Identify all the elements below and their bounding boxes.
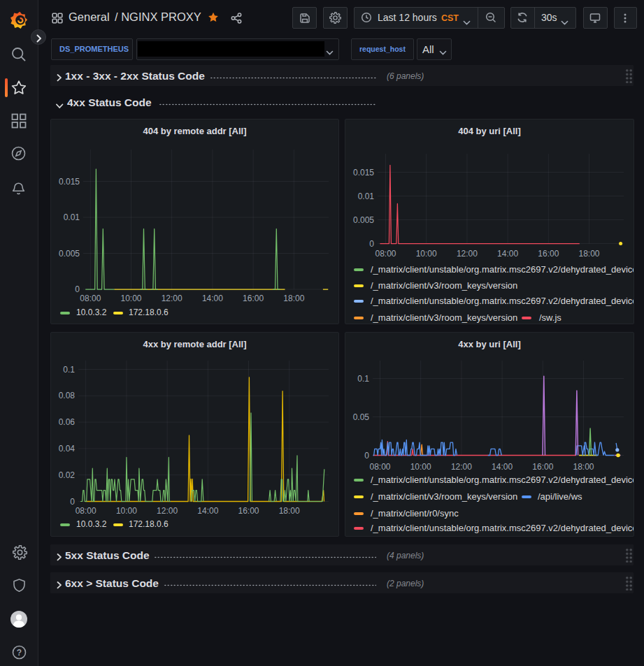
svg-text:0.08: 0.08 [59,391,76,400]
svg-text:0.06: 0.06 [59,417,76,427]
svg-text:14:00: 14:00 [202,294,223,303]
svg-text:0: 0 [364,451,369,461]
svg-text:08:00: 08:00 [375,249,396,259]
svg-text:14:00: 14:00 [492,462,513,472]
svg-text:0.015: 0.015 [353,168,374,178]
svg-text:16:00: 16:00 [238,506,259,516]
svg-text:0.05: 0.05 [353,412,370,422]
svg-text:14:00: 14:00 [197,506,218,516]
svg-text:0.005: 0.005 [59,249,80,259]
svg-text:08:00: 08:00 [369,462,390,472]
svg-text:08:00: 08:00 [76,506,96,516]
svg-text:0.04: 0.04 [59,444,76,454]
svg-text:18:00: 18:00 [573,462,594,472]
svg-text:0.02: 0.02 [59,470,76,480]
svg-text:12:00: 12:00 [157,506,178,516]
svg-text:0.015: 0.015 [59,177,80,187]
svg-text:?: ? [17,648,22,658]
svg-text:16:00: 16:00 [538,249,559,259]
svg-text:16:00: 16:00 [532,462,553,472]
svg-text:10:00: 10:00 [410,462,431,472]
svg-text:12:00: 12:00 [451,462,472,472]
svg-text:0: 0 [70,497,75,507]
svg-text:12:00: 12:00 [162,294,183,303]
svg-text:16:00: 16:00 [243,294,264,303]
svg-text:18:00: 18:00 [578,249,599,259]
svg-text:10:00: 10:00 [416,249,437,259]
svg-text:08:00: 08:00 [80,294,101,303]
svg-text:10:00: 10:00 [116,506,137,516]
svg-text:0.1: 0.1 [63,365,75,375]
svg-text:0: 0 [75,284,80,294]
svg-text:0.01: 0.01 [64,212,80,222]
svg-text:18:00: 18:00 [279,506,300,516]
svg-text:0.005: 0.005 [353,215,374,225]
svg-text:12:00: 12:00 [457,249,478,259]
svg-text:10:00: 10:00 [120,294,141,303]
svg-text:14:00: 14:00 [497,249,518,259]
svg-text:0.01: 0.01 [358,191,375,201]
svg-text:0: 0 [369,239,374,249]
svg-text:18:00: 18:00 [283,294,304,303]
svg-text:0.1: 0.1 [357,374,369,384]
